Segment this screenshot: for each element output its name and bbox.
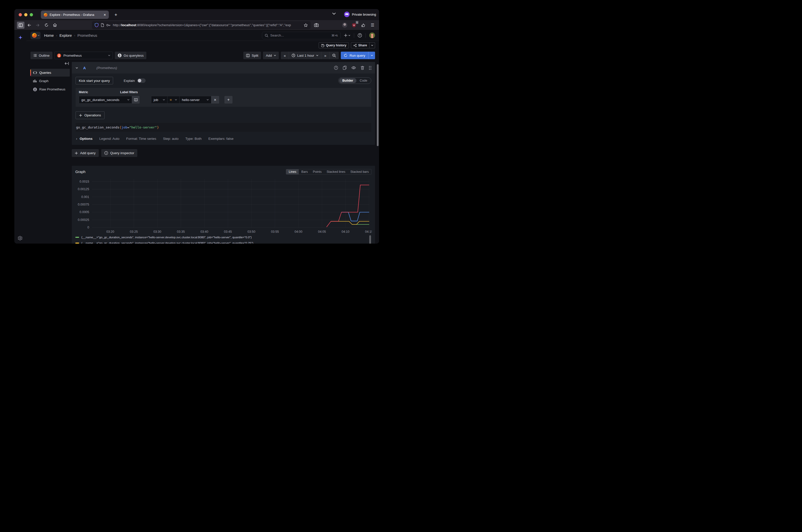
- split-button[interactable]: Split: [243, 52, 261, 59]
- collapse-chevron-icon[interactable]: [76, 67, 78, 69]
- query-options-row[interactable]: › Options Legend: Auto Format: Time seri…: [76, 135, 371, 141]
- add-filter-button[interactable]: +: [225, 96, 232, 103]
- graph-mode-stacked-bars[interactable]: Stacked bars: [348, 169, 371, 174]
- browser-tab[interactable]: Explore - Prometheus - Grafana ✕: [41, 11, 109, 19]
- account-avatar[interactable]: [341, 22, 349, 29]
- remove-query-trash-icon[interactable]: [361, 66, 364, 70]
- run-query-button[interactable]: Run query: [341, 52, 368, 59]
- home-button[interactable]: [51, 22, 59, 29]
- ai-sparkle-icon[interactable]: [18, 35, 23, 40]
- metric-panel: Metric Label filters go_gc_duration_seco…: [76, 88, 371, 107]
- breadcrumb-explore[interactable]: Explore: [59, 34, 72, 38]
- minimize-window-button[interactable]: [24, 13, 27, 16]
- hide-response-eye-icon[interactable]: [351, 66, 356, 69]
- metrics-browser-book-icon[interactable]: [132, 96, 139, 103]
- forward-button[interactable]: [34, 22, 42, 29]
- query-inspector-button[interactable]: Query inspector: [101, 149, 137, 157]
- search-input[interactable]: [270, 34, 329, 37]
- explain-toggle[interactable]: [137, 78, 146, 83]
- org-switcher[interactable]: [31, 32, 41, 39]
- share-button[interactable]: Share: [351, 42, 369, 49]
- filter-operator-select[interactable]: =: [167, 96, 179, 103]
- sidebar-toggle-button[interactable]: [17, 22, 24, 29]
- outline-button[interactable]: Outline: [31, 52, 52, 59]
- tab-close-icon[interactable]: ✕: [103, 13, 106, 17]
- graph-mode-lines[interactable]: Lines: [286, 169, 299, 174]
- page-scrollbar-thumb[interactable]: [377, 64, 379, 146]
- legend-scrollbar-thumb[interactable]: [369, 235, 371, 244]
- kick-start-button[interactable]: Kick start your query: [76, 77, 113, 84]
- back-button[interactable]: [25, 22, 33, 29]
- builder-mode-button[interactable]: Builder: [339, 78, 357, 83]
- options-expand-chevron[interactable]: ›: [76, 137, 77, 140]
- private-mask-icon: [344, 12, 350, 17]
- reload-button[interactable]: [42, 22, 50, 29]
- clock-icon: [292, 54, 295, 57]
- add-new-button[interactable]: [344, 34, 350, 37]
- tracking-shield-icon[interactable]: [95, 23, 98, 27]
- close-window-button[interactable]: [19, 13, 22, 16]
- maximize-window-button[interactable]: [30, 13, 33, 16]
- options-label: Options: [80, 137, 92, 140]
- page-info-icon[interactable]: [101, 23, 104, 27]
- global-search[interactable]: ⌘+k: [262, 32, 341, 39]
- screenshot-camera-icon[interactable]: [312, 22, 320, 29]
- legend-item[interactable]: {__name__="go_gc_duration_seconds", inst…: [75, 240, 367, 244]
- extension-icon[interactable]: [359, 22, 367, 29]
- query-row-header[interactable]: A (Prometheus): [72, 62, 375, 74]
- timeseries-chart[interactable]: 0.00150.001250.0010.000750.00050.0002500…: [75, 176, 371, 234]
- svg-text:03:30: 03:30: [153, 230, 161, 233]
- code-mode-button[interactable]: Code: [357, 78, 370, 83]
- remove-filter-icon[interactable]: ✕: [211, 96, 219, 103]
- duplicate-query-icon[interactable]: [343, 66, 347, 70]
- new-tab-button[interactable]: +: [113, 12, 119, 18]
- svg-text:03:50: 03:50: [247, 230, 255, 233]
- url-text[interactable]: http://localhost:8080/explore?schemaVers…: [113, 23, 302, 27]
- help-icon[interactable]: [358, 33, 362, 38]
- filter-value-select[interactable]: hello-server: [179, 96, 211, 103]
- sidebar-item-graph[interactable]: Graph: [30, 77, 70, 85]
- url-bar[interactable]: http://localhost:8080/explore?schemaVers…: [92, 21, 310, 29]
- go-queryless-button[interactable]: Go queryless: [115, 52, 147, 59]
- explain-control: Explain: [124, 78, 146, 83]
- metric-select[interactable]: go_gc_duration_seconds: [79, 96, 132, 103]
- graph-mode-stacked-lines[interactable]: Stacked lines: [324, 169, 348, 174]
- add-query-button[interactable]: Add query: [72, 149, 99, 157]
- explain-label: Explain: [124, 79, 135, 83]
- filter-key-select[interactable]: job: [151, 96, 167, 103]
- time-shift-back-button[interactable]: «: [281, 52, 288, 59]
- key-permission-icon[interactable]: [106, 24, 111, 26]
- settings-gear-icon[interactable]: [18, 236, 23, 241]
- user-avatar[interactable]: [369, 33, 375, 38]
- tab-list-chevron-icon[interactable]: [332, 13, 336, 15]
- add-button[interactable]: Add: [263, 52, 279, 59]
- label-filters-label: Label filters: [120, 91, 138, 94]
- datasource-picker[interactable]: Prometheus: [54, 52, 113, 59]
- breadcrumb-home[interactable]: Home: [44, 34, 54, 38]
- graph-mode-points[interactable]: Points: [310, 169, 324, 174]
- legend-item[interactable]: {__name__="go_gc_duration_seconds", inst…: [75, 234, 367, 240]
- query-history-button[interactable]: Query history: [319, 42, 349, 49]
- menu-icon[interactable]: ☰: [368, 22, 377, 29]
- chevron-down-icon: [207, 99, 209, 100]
- query-editor-card: A (Prometheus): [72, 62, 375, 145]
- adblock-extension-icon[interactable]: 1: [350, 22, 358, 29]
- graph-style-switcher: Lines Bars Points Stacked lines Stacked …: [286, 169, 371, 174]
- run-query-interval-chevron[interactable]: [368, 52, 375, 59]
- search-icon: [265, 34, 268, 37]
- share-options-chevron[interactable]: [369, 42, 375, 49]
- graph-mode-bars[interactable]: Bars: [299, 169, 310, 174]
- sidebar-item-raw-prometheus[interactable]: Raw Prometheus: [30, 86, 70, 93]
- time-range-picker[interactable]: Last 1 hour: [289, 52, 321, 59]
- add-operations-button[interactable]: Operations: [76, 111, 104, 119]
- collapse-sidebar-icon[interactable]: [65, 62, 69, 65]
- sidebar-item-queries[interactable]: Queries: [30, 69, 70, 77]
- chevron-down-icon: [163, 99, 165, 100]
- drag-handle-icon[interactable]: [369, 66, 371, 70]
- bookmark-star-icon[interactable]: [304, 23, 308, 27]
- time-shift-forward-button[interactable]: »: [321, 52, 329, 59]
- run-query-split-button: Run query: [341, 52, 375, 59]
- share-icon: [354, 44, 357, 47]
- query-help-icon[interactable]: [334, 66, 338, 70]
- time-zoom-out-button[interactable]: [329, 52, 339, 59]
